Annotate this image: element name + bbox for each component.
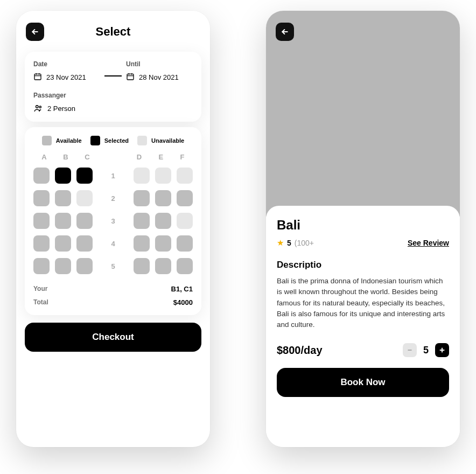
quantity-stepper: 5 <box>403 343 449 357</box>
description-heading: Descriptio <box>277 260 449 270</box>
row-number: 1 <box>93 172 134 180</box>
row-number: 5 <box>93 262 134 270</box>
people-icon <box>33 103 43 113</box>
price-row: $800/day 5 <box>277 343 449 357</box>
row-number: 3 <box>93 217 134 225</box>
passenger-field[interactable]: Passanger 2 Person <box>33 92 193 113</box>
date-label: Date <box>33 60 100 68</box>
page-title: Select <box>44 25 182 39</box>
header: Select <box>16 11 210 46</box>
seat[interactable] <box>55 235 71 252</box>
total-label: Total <box>33 298 48 306</box>
until-label: Until <box>126 60 193 68</box>
date-range-row: Date 23 Nov 2021 Until 28 Nov 2021 <box>33 60 193 82</box>
seat[interactable] <box>134 258 150 274</box>
plus-icon <box>439 347 445 353</box>
seat[interactable] <box>177 235 193 252</box>
seat-select-screen: Select Date 23 Nov 2021 Until <box>16 11 210 447</box>
row-number: 2 <box>93 194 134 203</box>
seat[interactable] <box>33 190 50 206</box>
seat[interactable] <box>76 235 93 252</box>
seat[interactable] <box>55 168 71 184</box>
passenger-value: 2 Person <box>47 104 75 113</box>
seat[interactable] <box>55 213 71 229</box>
booking-summary: Your B1, C1 Total $4000 <box>33 285 193 306</box>
date-until-value: 28 Nov 2021 <box>139 73 179 81</box>
back-button[interactable] <box>276 23 294 41</box>
your-seats-value: B1, C1 <box>171 285 193 293</box>
seat[interactable] <box>33 258 50 274</box>
seat-map-card: Available Selected Unavailable A B C D E… <box>25 127 201 315</box>
arrow-left-icon <box>31 27 39 36</box>
checkout-button[interactable]: Checkout <box>25 323 201 352</box>
date-until[interactable]: Until 28 Nov 2021 <box>126 60 193 82</box>
quantity-decrement-button[interactable] <box>403 343 417 357</box>
arrow-left-icon <box>281 27 289 36</box>
seat[interactable] <box>134 235 150 252</box>
seat[interactable] <box>155 213 171 229</box>
book-now-button[interactable]: Book Now <box>277 368 449 397</box>
seat[interactable] <box>134 213 150 229</box>
svg-rect-1 <box>127 74 134 80</box>
col-header: B <box>63 153 68 161</box>
seat-row: 1 <box>33 168 193 184</box>
seat-row: 2 <box>33 190 193 206</box>
seat[interactable] <box>155 235 171 252</box>
seat-row: 5 <box>33 258 193 274</box>
seat[interactable] <box>55 190 71 206</box>
seat-row: 3 <box>33 213 193 229</box>
detail-sheet: Bali ★ 5 (100+ See Review Descriptio Bal… <box>266 206 460 447</box>
svg-point-3 <box>39 106 41 108</box>
legend-available-label: Available <box>56 137 82 144</box>
col-header: E <box>158 153 163 161</box>
destination-detail-screen: Bali ★ 5 (100+ See Review Descriptio Bal… <box>266 11 460 447</box>
seat[interactable] <box>134 190 150 206</box>
svg-rect-0 <box>34 74 41 80</box>
minus-icon <box>407 347 412 353</box>
quantity-increment-button[interactable] <box>435 343 449 357</box>
see-review-link[interactable]: See Review <box>408 239 449 247</box>
star-icon: ★ <box>277 238 284 248</box>
seat-row: 4 <box>33 235 193 252</box>
rating-count: (100+ <box>295 239 314 247</box>
date-from-value: 23 Nov 2021 <box>46 73 86 81</box>
row-number: 4 <box>93 240 134 248</box>
seat <box>177 213 193 229</box>
booking-info-card: Date 23 Nov 2021 Until 28 Nov 2021 <box>25 52 201 122</box>
description-text: Bali is the prima donna of Indonesian to… <box>277 276 449 330</box>
hero-image <box>266 11 460 217</box>
quantity-value: 5 <box>423 345 429 356</box>
calendar-icon <box>33 72 43 82</box>
seat[interactable] <box>33 168 50 184</box>
col-header: D <box>137 153 142 161</box>
seat[interactable] <box>155 258 171 274</box>
back-button[interactable] <box>26 23 44 41</box>
seat[interactable] <box>55 258 71 274</box>
column-headers: A B C D E F <box>33 153 193 161</box>
legend-available-swatch <box>42 136 52 145</box>
seat[interactable] <box>76 258 93 274</box>
legend-unavailable-label: Unavailable <box>151 137 184 144</box>
seat[interactable] <box>33 235 50 252</box>
seat[interactable] <box>177 258 193 274</box>
seat-legend: Available Selected Unavailable <box>33 136 193 145</box>
seat[interactable] <box>155 190 171 206</box>
col-header: C <box>85 153 89 161</box>
svg-point-2 <box>36 106 39 108</box>
rating-value: 5 <box>287 239 291 247</box>
date-range-separator <box>104 75 122 76</box>
seat[interactable] <box>33 213 50 229</box>
seat <box>76 190 93 206</box>
seat[interactable] <box>76 168 93 184</box>
calendar-icon <box>126 72 136 82</box>
seat[interactable] <box>76 213 93 229</box>
passenger-label: Passanger <box>33 92 193 99</box>
rating-row: ★ 5 (100+ See Review <box>277 238 449 248</box>
seat <box>155 168 171 184</box>
seat <box>177 168 193 184</box>
price-value: $800/day <box>277 344 323 357</box>
col-header: F <box>180 153 184 161</box>
seat[interactable] <box>177 190 193 206</box>
date-from[interactable]: Date 23 Nov 2021 <box>33 60 100 82</box>
legend-selected-label: Selected <box>104 137 129 144</box>
